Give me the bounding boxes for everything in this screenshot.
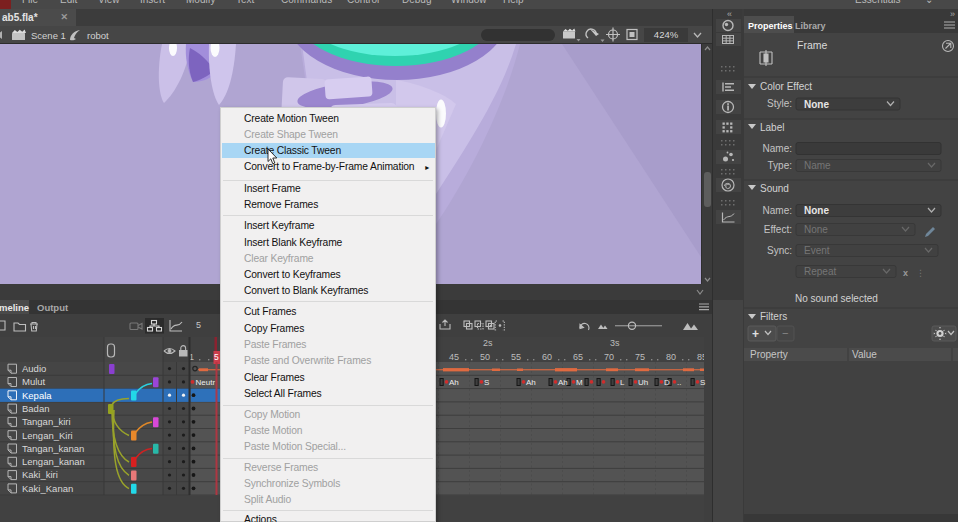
svg-text:Uh: Uh bbox=[638, 378, 648, 387]
svg-text:Kaki_kiri: Kaki_kiri bbox=[22, 469, 58, 480]
svg-text:Repeat: Repeat bbox=[804, 266, 836, 277]
svg-text:Ah: Ah bbox=[449, 378, 459, 387]
svg-text:Tangan_kanan: Tangan_kanan bbox=[22, 443, 84, 454]
svg-text:2s: 2s bbox=[483, 338, 493, 348]
svg-text:70: 70 bbox=[604, 352, 614, 362]
svg-text:Effect:: Effect: bbox=[764, 224, 792, 235]
svg-text:Kaki_Kanan: Kaki_Kanan bbox=[22, 483, 73, 494]
svg-text:80: 80 bbox=[666, 352, 676, 362]
svg-text:50: 50 bbox=[480, 352, 490, 362]
svg-text:Mulut: Mulut bbox=[22, 376, 46, 387]
svg-text:75: 75 bbox=[635, 352, 645, 362]
svg-text:Sync:: Sync: bbox=[767, 245, 792, 256]
svg-text:S: S bbox=[484, 378, 489, 387]
svg-text:meline: meline bbox=[0, 302, 29, 313]
svg-text:None: None bbox=[804, 205, 829, 216]
svg-text:Type:: Type: bbox=[768, 160, 792, 171]
svg-text:Library: Library bbox=[795, 21, 826, 31]
svg-text:Style:: Style: bbox=[767, 98, 792, 109]
svg-text:Ah: Ah bbox=[558, 378, 568, 387]
svg-text:Lengan_kanan: Lengan_kanan bbox=[22, 456, 85, 467]
svg-text:Name:: Name: bbox=[763, 205, 792, 216]
svg-text:None: None bbox=[804, 99, 829, 110]
svg-text:Properties: Properties bbox=[748, 21, 793, 31]
svg-text:Name:: Name: bbox=[763, 143, 792, 154]
svg-text:L: L bbox=[620, 378, 625, 387]
svg-text:−: − bbox=[782, 327, 788, 339]
svg-text:Event: Event bbox=[804, 245, 830, 256]
svg-text:5: 5 bbox=[214, 352, 219, 362]
svg-text:Frame: Frame bbox=[797, 39, 827, 51]
svg-text:60: 60 bbox=[542, 352, 552, 362]
svg-text:Kepala: Kepala bbox=[22, 390, 52, 401]
svg-text:+: + bbox=[752, 327, 759, 341]
svg-text:M: M bbox=[576, 378, 583, 387]
svg-text:3s: 3s bbox=[610, 338, 620, 348]
svg-text:S: S bbox=[700, 378, 705, 387]
svg-text:«: « bbox=[727, 9, 732, 19]
svg-text:5: 5 bbox=[196, 320, 201, 330]
svg-text:Property: Property bbox=[750, 349, 788, 360]
svg-text:Sound: Sound bbox=[760, 183, 789, 194]
svg-text:Name: Name bbox=[804, 160, 831, 171]
svg-text:x: x bbox=[903, 268, 908, 278]
svg-text:55: 55 bbox=[511, 352, 521, 362]
svg-text:None: None bbox=[804, 224, 828, 235]
svg-text:Badan: Badan bbox=[22, 403, 49, 414]
svg-text:Value: Value bbox=[852, 349, 877, 360]
svg-text:D: D bbox=[664, 378, 670, 387]
svg-text:65: 65 bbox=[573, 352, 583, 362]
svg-text:Filters: Filters bbox=[760, 311, 787, 322]
svg-text:Output: Output bbox=[37, 302, 69, 313]
svg-text:Lengan_Kiri: Lengan_Kiri bbox=[22, 430, 73, 441]
svg-text:Neutr: Neutr bbox=[196, 378, 216, 387]
svg-text:..: .. bbox=[677, 378, 681, 387]
svg-text:Label: Label bbox=[760, 122, 784, 133]
svg-text:Color Effect: Color Effect bbox=[760, 81, 812, 92]
svg-text:Audio: Audio bbox=[22, 363, 46, 374]
svg-text:No sound selected: No sound selected bbox=[795, 293, 878, 304]
svg-text:⋮: ⋮ bbox=[916, 268, 925, 278]
svg-text:Tangan_kiri: Tangan_kiri bbox=[22, 416, 71, 427]
svg-text:Ah: Ah bbox=[526, 378, 536, 387]
svg-text:45: 45 bbox=[449, 352, 459, 362]
